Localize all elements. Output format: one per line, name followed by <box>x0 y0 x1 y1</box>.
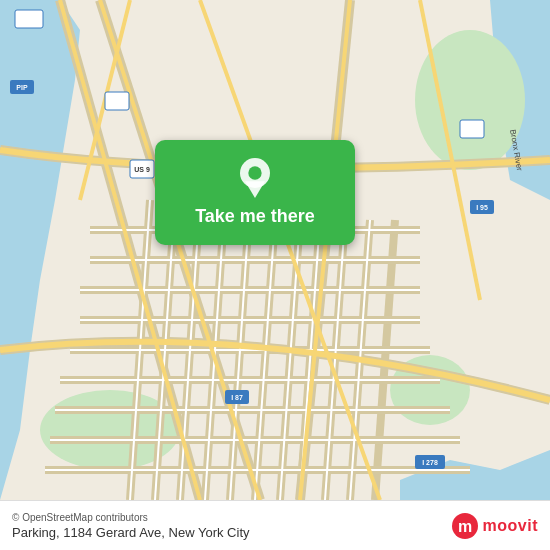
svg-point-64 <box>248 166 261 179</box>
map-container: US 9W US 9 PIP US 1 I 95 I 87 I 278 Bron… <box>0 0 550 500</box>
shield-i95-label: I 95 <box>476 204 488 211</box>
bottom-bar: © OpenStreetMap contributors Parking, 11… <box>0 500 550 550</box>
take-me-there-button[interactable]: Take me there <box>155 140 355 245</box>
take-me-there-label: Take me there <box>195 206 315 227</box>
moovit-logo: m moovit <box>451 512 538 540</box>
shield-us9b-label: US 9 <box>134 166 150 173</box>
location-pin-icon <box>235 158 275 198</box>
moovit-text: moovit <box>483 517 538 535</box>
location-label: Parking, 1184 Gerard Ave, New York City <box>12 525 250 540</box>
shield-i87-label: I 87 <box>231 394 243 401</box>
moovit-icon: m <box>451 512 479 540</box>
svg-marker-65 <box>245 181 265 198</box>
shield-us1-label: US 1 <box>464 126 480 133</box>
shield-i278-label: I 278 <box>422 459 438 466</box>
bottom-left-info: © OpenStreetMap contributors Parking, 11… <box>12 512 250 540</box>
shield-pip-label: PIP <box>16 84 28 91</box>
shield-us9w-label: US 9W <box>18 16 41 23</box>
shield-us9-label: US 9 <box>109 98 125 105</box>
svg-text:m: m <box>457 518 471 535</box>
map-svg: US 9W US 9 PIP US 1 I 95 I 87 I 278 Bron… <box>0 0 550 500</box>
osm-credit: © OpenStreetMap contributors <box>12 512 250 523</box>
